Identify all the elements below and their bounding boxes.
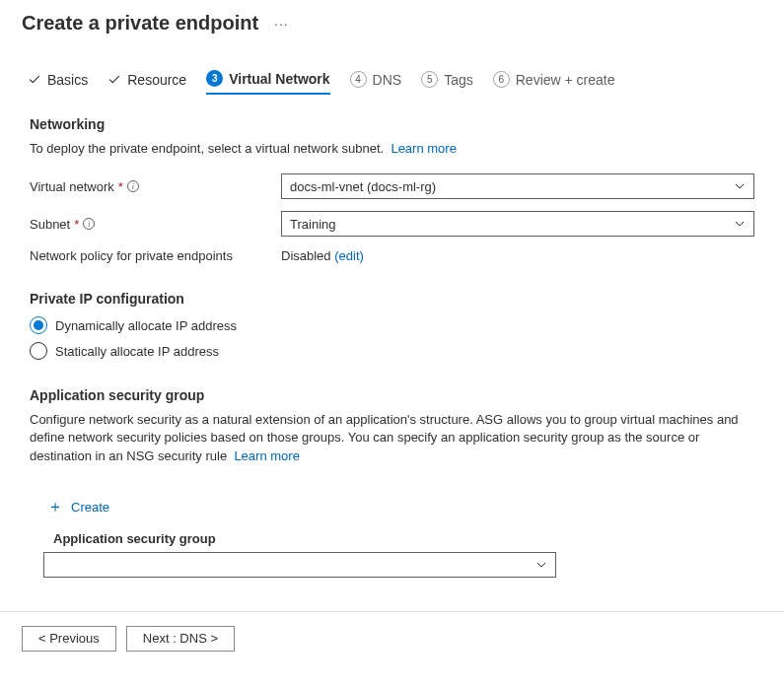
learn-more-link[interactable]: Learn more xyxy=(391,141,456,156)
learn-more-link[interactable]: Learn more xyxy=(234,448,299,463)
step-number-icon: 4 xyxy=(350,71,367,88)
create-asg-button[interactable]: ＋ Create xyxy=(43,491,113,523)
info-icon[interactable]: i xyxy=(127,180,139,192)
virtual-network-label: Virtual network * i xyxy=(30,179,281,194)
chevron-down-icon xyxy=(734,180,746,192)
tab-review-create[interactable]: 6 Review + create xyxy=(493,71,615,94)
radio-icon xyxy=(30,316,47,334)
tab-resource[interactable]: Resource xyxy=(107,72,186,94)
page-title: Create a private endpoint xyxy=(22,12,258,34)
tab-dns[interactable]: 4 DNS xyxy=(350,71,402,94)
radio-label: Dynamically allocate IP address xyxy=(55,318,237,333)
radio-dynamic-ip[interactable]: Dynamically allocate IP address xyxy=(30,316,754,334)
tab-label: Review + create xyxy=(516,72,615,88)
required-icon: * xyxy=(118,179,123,194)
wizard-tabs: Basics Resource 3 Virtual Network 4 DNS … xyxy=(0,42,784,95)
tab-label: Virtual Network xyxy=(229,71,329,87)
radio-icon xyxy=(30,342,47,360)
radio-static-ip[interactable]: Statically allocate IP address xyxy=(30,342,754,360)
tab-virtual-network[interactable]: 3 Virtual Network xyxy=(206,70,329,95)
network-policy-label: Network policy for private endpoints xyxy=(30,248,281,263)
edit-link[interactable]: (edit) xyxy=(334,248,364,263)
check-icon xyxy=(28,73,41,87)
wizard-footer: < Previous Next : DNS > xyxy=(0,611,784,665)
select-value: docs-ml-vnet (docs-ml-rg) xyxy=(290,179,436,194)
network-policy-value: Disabled xyxy=(281,248,331,263)
networking-desc-text: To deploy the private endpoint, select a… xyxy=(30,141,384,156)
asg-heading: Application security group xyxy=(30,387,754,403)
asg-column-header: Application security group xyxy=(53,531,754,546)
chevron-down-icon xyxy=(535,559,547,571)
asg-select[interactable] xyxy=(43,552,556,578)
tab-label: Basics xyxy=(47,72,88,88)
asg-desc-text: Configure network security as a natural … xyxy=(30,412,739,462)
select-value: Training xyxy=(290,217,335,232)
ip-config-radio-group: Dynamically allocate IP address Statical… xyxy=(30,316,754,360)
info-icon[interactable]: i xyxy=(83,218,95,230)
virtual-network-select[interactable]: docs-ml-vnet (docs-ml-rg) xyxy=(281,173,754,199)
plus-icon: ＋ xyxy=(47,497,63,517)
tab-label: Resource xyxy=(127,72,186,88)
previous-button[interactable]: < Previous xyxy=(22,626,116,652)
radio-label: Statically allocate IP address xyxy=(55,344,219,359)
tab-basics[interactable]: Basics xyxy=(28,72,88,94)
asg-description: Configure network security as a natural … xyxy=(30,411,754,465)
tab-label: DNS xyxy=(373,72,402,88)
chevron-down-icon xyxy=(734,218,746,230)
subnet-label: Subnet * i xyxy=(30,217,281,232)
step-number-icon: 3 xyxy=(206,70,223,87)
networking-heading: Networking xyxy=(30,116,754,132)
step-number-icon: 5 xyxy=(421,71,438,88)
ip-config-heading: Private IP configuration xyxy=(30,291,754,307)
networking-description: To deploy the private endpoint, select a… xyxy=(30,140,754,158)
subnet-select[interactable]: Training xyxy=(281,211,754,237)
tab-tags[interactable]: 5 Tags xyxy=(421,71,473,94)
check-icon xyxy=(107,73,121,87)
required-icon: * xyxy=(74,217,79,232)
tab-label: Tags xyxy=(444,72,473,88)
step-number-icon: 6 xyxy=(493,71,510,88)
create-label: Create xyxy=(71,500,109,515)
next-button[interactable]: Next : DNS > xyxy=(126,626,235,652)
more-icon[interactable]: ··· xyxy=(274,16,289,32)
